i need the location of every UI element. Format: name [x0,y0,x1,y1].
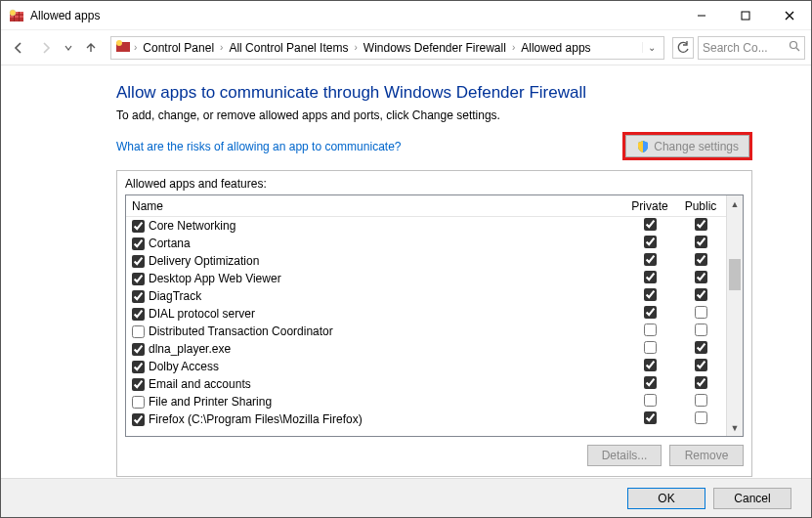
private-checkbox[interactable] [644,324,657,336]
allowed-checkbox[interactable] [132,396,145,409]
table-row[interactable]: File and Printer Sharing [126,393,726,410]
private-checkbox[interactable] [644,236,657,248]
allowed-checkbox[interactable] [132,308,145,321]
public-checkbox[interactable] [695,253,707,266]
public-checkbox[interactable] [695,341,707,354]
allowed-checkbox[interactable] [132,255,145,268]
window-title: Allowed apps [30,9,100,22]
search-placeholder: Search Co... [703,41,785,55]
details-button[interactable]: Details... [587,445,662,466]
table-row[interactable]: DIAL protocol server [126,305,726,323]
public-checkbox[interactable] [695,236,707,248]
page-heading: Allow apps to communicate through Window… [116,83,752,103]
column-private[interactable]: Private [624,199,675,213]
allowed-checkbox[interactable] [132,237,145,250]
highlight-box: Change settings [622,132,752,160]
table-row[interactable]: Core Networking [126,217,726,235]
public-checkbox[interactable] [695,218,707,231]
column-name[interactable]: Name [126,199,624,213]
cancel-button[interactable]: Cancel [713,488,791,509]
nav-bar: › Control Panel › All Control Panel Item… [1,30,811,65]
minimize-button[interactable] [679,1,723,30]
app-name: DiagTrack [149,289,201,303]
public-checkbox[interactable] [695,411,707,424]
apps-listbox: Name Private Public Core NetworkingCorta… [125,194,744,437]
scroll-thumb[interactable] [729,259,741,290]
private-checkbox[interactable] [644,411,657,424]
public-checkbox[interactable] [695,394,707,407]
change-settings-button[interactable]: Change settings [625,135,749,157]
scroll-track[interactable] [727,212,743,419]
table-row[interactable]: Desktop App Web Viewer [126,270,726,287]
recent-dropdown[interactable] [62,36,75,60]
content-area: Allow apps to communicate through Window… [1,65,811,478]
allowed-checkbox[interactable] [132,273,145,285]
allowed-checkbox[interactable] [132,325,145,338]
private-checkbox[interactable] [644,306,657,319]
public-checkbox[interactable] [695,306,707,319]
firewall-icon [115,38,131,57]
public-checkbox[interactable] [695,324,707,336]
risks-link[interactable]: What are the risks of allowing an app to… [116,140,401,153]
app-name: Core Networking [149,219,235,233]
allowed-checkbox[interactable] [132,220,145,233]
private-checkbox[interactable] [644,253,657,266]
search-input[interactable]: Search Co... [698,36,805,60]
svg-rect-7 [742,12,749,20]
app-name: Distributed Transaction Coordinator [149,324,333,338]
crumb-control-panel[interactable]: Control Panel [140,41,217,55]
crumb-allowed-apps[interactable]: Allowed apps [518,41,593,55]
table-row[interactable]: Cortana [126,235,726,252]
remove-button[interactable]: Remove [669,445,744,466]
scroll-up-icon[interactable]: ▲ [727,195,743,212]
forward-button[interactable] [34,36,58,60]
app-name: File and Printer Sharing [149,395,272,409]
back-button[interactable] [7,36,30,60]
breadcrumb-dropdown[interactable]: ⌄ [642,42,660,53]
private-checkbox[interactable] [644,341,657,354]
allowed-checkbox[interactable] [132,290,145,303]
close-button[interactable] [767,1,811,30]
allowed-apps-panel: Allowed apps and features: Name Private … [116,170,752,477]
panel-label: Allowed apps and features: [125,177,744,191]
page-subheading: To add, change, or remove allowed apps a… [116,108,752,122]
ok-button[interactable]: OK [627,488,705,509]
dialog-footer: OK Cancel [1,478,811,517]
private-checkbox[interactable] [644,271,657,283]
title-bar: Allowed apps [1,1,811,30]
allowed-checkbox[interactable] [132,361,145,373]
column-public[interactable]: Public [675,199,726,213]
table-row[interactable]: Dolby Access [126,358,726,375]
public-checkbox[interactable] [695,271,707,283]
allowed-checkbox[interactable] [132,378,145,391]
crumb-firewall[interactable]: Windows Defender Firewall [361,41,509,55]
table-row[interactable]: Delivery Optimization [126,252,726,270]
svg-point-5 [10,10,16,16]
breadcrumb[interactable]: › Control Panel › All Control Panel Item… [110,36,664,60]
up-button[interactable] [79,36,103,60]
allowed-checkbox[interactable] [132,413,145,426]
table-row[interactable]: Distributed Transaction Coordinator [126,323,726,340]
shield-icon [636,140,650,153]
table-row[interactable]: dlna_player.exe [126,340,726,358]
scroll-down-icon[interactable]: ▼ [727,419,743,436]
app-name: Delivery Optimization [149,254,259,268]
maximize-button[interactable] [723,1,767,30]
private-checkbox[interactable] [644,394,657,407]
public-checkbox[interactable] [695,359,707,371]
table-row[interactable]: Firefox (C:\Program Files\Mozilla Firefo… [126,410,726,428]
scrollbar[interactable]: ▲ ▼ [726,195,743,436]
allowed-checkbox[interactable] [132,343,145,356]
table-row[interactable]: DiagTrack [126,287,726,305]
refresh-button[interactable] [672,37,694,59]
app-name: dlna_player.exe [149,342,231,356]
app-name: Desktop App Web Viewer [149,272,281,285]
private-checkbox[interactable] [644,376,657,389]
public-checkbox[interactable] [695,376,707,389]
public-checkbox[interactable] [695,288,707,301]
private-checkbox[interactable] [644,218,657,231]
table-row[interactable]: Email and accounts [126,375,726,393]
crumb-all-items[interactable]: All Control Panel Items [226,41,351,55]
private-checkbox[interactable] [644,359,657,371]
private-checkbox[interactable] [644,288,657,301]
